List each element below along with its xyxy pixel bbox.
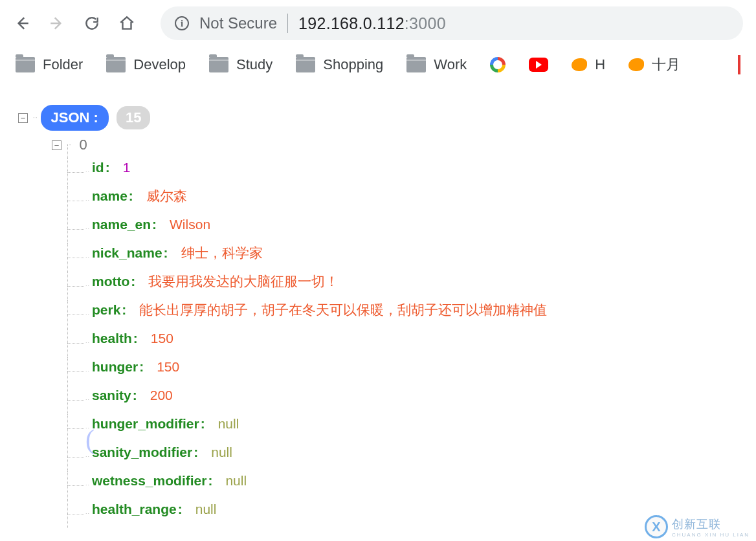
json-colon: : <box>106 158 110 177</box>
json-kv-row[interactable]: ··motto :我要用我发达的大脑征服一切！ <box>92 272 743 300</box>
folder-icon <box>16 57 35 72</box>
json-key: health_range <box>92 500 177 518</box>
json-kv-row[interactable]: ··nick_name :绅士，科学家 <box>92 243 743 272</box>
url-separator <box>287 14 288 33</box>
bookmark-label: H <box>595 56 605 73</box>
json-colon: : <box>178 500 183 518</box>
json-kv-list: ··id :1··name :威尔森··name_en :Wilson··nic… <box>18 158 743 528</box>
json-kv-row[interactable]: ··sanity_modifier :null <box>92 443 743 471</box>
folder-icon <box>296 57 315 72</box>
bookmark-folder[interactable]: Folder <box>16 56 83 73</box>
json-count-badge: 15 <box>117 106 150 130</box>
json-value: null <box>218 414 239 433</box>
json-key: name_en <box>92 215 151 234</box>
json-key: hunger <box>92 357 138 376</box>
json-value: 200 <box>150 386 173 404</box>
json-kv-row[interactable]: ··hunger_modifier :null <box>92 414 743 443</box>
collapse-icon[interactable]: − <box>52 140 61 150</box>
bookmark-shopping[interactable]: Shopping <box>296 56 383 73</box>
json-colon: : <box>131 272 135 291</box>
json-colon: : <box>194 443 198 461</box>
collapse-icon[interactable]: − <box>18 113 28 123</box>
address-bar[interactable]: i Not Secure 192.168.0.112:3000 <box>161 6 743 40</box>
json-key: wetness_modifier <box>92 471 206 490</box>
tree-connector: ·· <box>33 113 38 122</box>
bookmark-label: Work <box>434 56 467 73</box>
json-kv-row[interactable]: ··health :150 <box>92 329 743 357</box>
forward-button[interactable] <box>48 14 66 32</box>
json-key: name <box>92 186 128 205</box>
json-key: perk <box>92 300 120 319</box>
json-kv-row[interactable]: ··id :1 <box>92 158 743 186</box>
json-colon: : <box>133 329 138 348</box>
json-value: null <box>211 443 232 461</box>
bookmarks-bar: Folder Develop Study Shopping Work H 十月 <box>0 47 756 83</box>
folder-icon <box>209 57 228 72</box>
json-colon: : <box>129 186 133 205</box>
json-kv-row[interactable]: ··sanity :200 <box>92 386 743 414</box>
json-value: 威尔森 <box>146 186 187 205</box>
json-key: id <box>92 158 104 177</box>
json-value: 能长出厚厚的胡子，胡子在冬天可以保暖，刮胡子还可以增加精神值 <box>139 300 547 319</box>
watermark-sub: CHUANG XIN HU LIAN <box>672 532 750 538</box>
json-colon: : <box>139 357 144 376</box>
watermark-brand: 创新互联 <box>672 516 750 532</box>
youtube-icon <box>529 58 548 72</box>
url-port: :3000 <box>405 14 446 32</box>
folder-icon <box>406 57 426 72</box>
bookmark-label: Folder <box>43 56 83 73</box>
json-colon: : <box>201 414 205 433</box>
bookmark-october[interactable]: 十月 <box>628 55 680 74</box>
json-colon: : <box>164 243 168 262</box>
json-colon: : <box>133 386 137 404</box>
json-value: null <box>195 500 217 518</box>
bookmark-label: Shopping <box>323 56 383 73</box>
json-colon: : <box>122 300 126 319</box>
url-host: 192.168.0.112 <box>298 14 405 32</box>
bookmark-label: Study <box>236 56 272 73</box>
json-colon: : <box>152 215 157 234</box>
bookmark-work[interactable]: Work <box>406 56 467 73</box>
json-kv-row[interactable]: ··wetness_modifier :null <box>92 471 743 500</box>
json-key: nick_name <box>92 243 162 262</box>
json-index-row: − ·· 0 <box>18 132 743 158</box>
json-value: Wilson <box>170 215 210 234</box>
json-key: sanity_modifier <box>92 443 192 461</box>
browser-toolbar: i Not Secure 192.168.0.112:3000 <box>0 0 756 47</box>
overflow-indicator[interactable] <box>738 55 740 74</box>
bookmark-study[interactable]: Study <box>209 56 272 73</box>
json-value: 1 <box>123 158 131 177</box>
json-value: 150 <box>157 357 179 376</box>
bookmark-youtube[interactable] <box>529 58 548 72</box>
json-key: motto <box>92 272 129 291</box>
json-root-badge[interactable]: JSON : <box>41 105 109 131</box>
json-value: 我要用我发达的大脑征服一切！ <box>148 272 339 291</box>
folder-icon <box>106 57 126 72</box>
json-key: health <box>92 329 132 348</box>
bookmark-h[interactable]: H <box>572 56 605 73</box>
json-kv-row[interactable]: ··name :威尔森 <box>92 186 743 215</box>
blob-icon <box>572 58 587 71</box>
watermark-logo-icon: X <box>645 515 668 538</box>
home-button[interactable] <box>118 14 136 32</box>
reload-button[interactable] <box>83 14 101 32</box>
url-display: 192.168.0.112:3000 <box>298 14 446 33</box>
json-kv-row[interactable]: ··hunger :150 <box>92 357 743 386</box>
blob-icon <box>628 58 644 71</box>
back-button[interactable] <box>13 14 31 32</box>
json-root-row: − ·· JSON : 15 <box>18 104 743 132</box>
json-colon: : <box>208 471 212 490</box>
json-key: hunger_modifier <box>92 414 199 433</box>
json-index-label[interactable]: 0 <box>80 135 87 155</box>
site-info-icon[interactable]: i <box>175 16 189 30</box>
google-icon <box>490 57 506 72</box>
json-value: 绅士，科学家 <box>181 243 263 262</box>
bookmark-develop[interactable]: Develop <box>106 56 186 73</box>
json-kv-row[interactable]: ··name_en :Wilson <box>92 215 743 243</box>
json-key: sanity <box>92 386 131 404</box>
json-value: null <box>225 471 247 490</box>
json-kv-row[interactable]: ··perk :能长出厚厚的胡子，胡子在冬天可以保暖，刮胡子还可以增加精神值 <box>92 300 743 329</box>
json-value: 150 <box>151 329 173 348</box>
json-tree-viewer: − ·· JSON : 15 − ·· 0 ··id :1··name :威尔森… <box>0 83 756 533</box>
bookmark-google[interactable] <box>490 57 506 72</box>
